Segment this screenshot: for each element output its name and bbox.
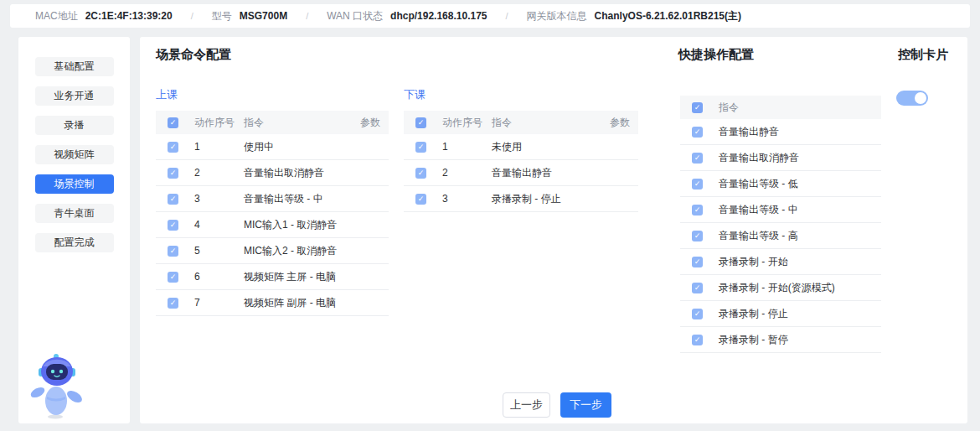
table-row: ✓音量输出静音 (680, 119, 881, 145)
select-all-checkbox[interactable]: ✓ (692, 102, 703, 113)
select-all-checkbox[interactable]: ✓ (415, 117, 426, 128)
command-label: 录播录制 - 停止 (492, 192, 596, 206)
table-row: ✓音量输出等级 - 低 (680, 171, 881, 197)
row-checkbox[interactable]: ✓ (692, 127, 703, 138)
command-label: MIC输入1 - 取消静音 (244, 218, 347, 232)
table-row: ✓录播录制 - 停止 (680, 301, 881, 327)
separator: / (506, 11, 508, 21)
seq-value: 5 (194, 245, 244, 257)
seq-value: 1 (442, 141, 492, 153)
column-header-param: 参数 (347, 116, 389, 130)
table-row: ✓5MIC输入2 - 取消静音 (156, 238, 389, 264)
seq-value: 1 (194, 141, 244, 153)
sidebar-item-config-complete[interactable]: 配置完成 (35, 233, 114, 252)
wan-status-label: WAN 口状态 (327, 9, 383, 23)
sidebar-item-scene-control[interactable]: 场景控制 (35, 174, 114, 194)
sidebar-item-recording[interactable]: 录播 (35, 116, 114, 135)
separator: / (191, 11, 193, 21)
table-row: ✓6视频矩阵 主屏 - 电脑 (156, 264, 389, 290)
row-checkbox[interactable]: ✓ (168, 220, 178, 231)
table-body: ✓1使用中✓2音量输出取消静音✓3音量输出等级 - 中✓4MIC输入1 - 取消… (156, 134, 389, 316)
row-checkbox[interactable]: ✓ (692, 283, 703, 293)
command-label: 录播录制 - 停止 (719, 307, 881, 321)
sidebar-item-video-matrix[interactable]: 视频矩阵 (35, 145, 114, 164)
row-checkbox[interactable]: ✓ (168, 168, 178, 179)
table-row: ✓音量输出等级 - 中 (680, 197, 881, 223)
model-value: MSG700M (240, 10, 287, 22)
section-label-class-start: 上课 (156, 87, 389, 102)
table-row: ✓2音量输出取消静音 (156, 160, 389, 186)
command-label: 录播录制 - 暂停 (719, 333, 881, 347)
command-label: 视频矩阵 副屏 - 电脑 (244, 296, 347, 310)
table-row: ✓1使用中 (156, 134, 389, 160)
row-checkbox[interactable]: ✓ (168, 194, 178, 205)
select-all-checkbox[interactable]: ✓ (168, 117, 178, 128)
control-card-toggle[interactable] (896, 91, 928, 106)
row-checkbox[interactable]: ✓ (692, 309, 703, 319)
gateway-version-value: ChanlyOS-6.21.62.01RB215(主) (595, 9, 741, 23)
row-checkbox[interactable]: ✓ (692, 153, 703, 164)
table-body: ✓1未使用✓2音量输出静音✓3录播录制 - 停止 (404, 134, 638, 212)
command-label: 音量输出等级 - 中 (719, 203, 881, 217)
top-status-bar: MAC地址 2C:1E:4F:13:39:20 / 型号 MSG700M / W… (10, 4, 970, 28)
row-checkbox[interactable]: ✓ (168, 142, 178, 153)
command-label: 音量输出静音 (719, 125, 881, 139)
section-label-class-end: 下课 (404, 87, 638, 102)
shortcut-config-title: 快捷操作配置 (678, 47, 754, 63)
column-header-seq: 动作序号 (442, 116, 492, 130)
command-label: 音量输出等级 - 中 (244, 192, 347, 206)
model-label: 型号 (212, 9, 232, 23)
row-checkbox[interactable]: ✓ (415, 194, 426, 205)
mac-address-label: MAC地址 (35, 9, 78, 23)
command-label: 音量输出等级 - 低 (719, 177, 881, 191)
gateway-version-label: 网关版本信息 (527, 9, 587, 23)
main-panel: 场景命令配置 快捷操作配置 控制卡片 上课 ✓ 动作序号 指令 参数 ✓1使用中… (140, 37, 967, 423)
sidebar-nav: 基础配置 业务开通 录播 视频矩阵 场景控制 青牛桌面 配置完成 (18, 37, 130, 423)
previous-step-button[interactable]: 上一步 (503, 392, 550, 418)
row-checkbox[interactable]: ✓ (692, 231, 703, 241)
row-checkbox[interactable]: ✓ (168, 298, 178, 309)
table-body: ✓音量输出静音✓音量输出取消静音✓音量输出等级 - 低✓音量输出等级 - 中✓音… (680, 119, 881, 353)
table-row: ✓4MIC输入1 - 取消静音 (156, 212, 389, 238)
control-card-title: 控制卡片 (898, 47, 948, 63)
screen: MAC地址 2C:1E:4F:13:39:20 / 型号 MSG700M / W… (0, 0, 980, 431)
row-checkbox[interactable]: ✓ (415, 168, 426, 179)
row-checkbox[interactable]: ✓ (692, 335, 703, 345)
seq-value: 4 (194, 219, 244, 231)
separator: / (306, 11, 308, 21)
row-checkbox[interactable]: ✓ (415, 142, 426, 153)
command-label: 未使用 (492, 140, 596, 154)
table-row: ✓录播录制 - 开始 (680, 249, 881, 275)
mascot-robot-icon (27, 353, 87, 420)
column-header-command: 指令 (719, 101, 881, 115)
table-header: ✓ 指令 (680, 96, 881, 119)
row-checkbox[interactable]: ✓ (168, 272, 178, 283)
column-header-seq: 动作序号 (194, 116, 244, 130)
page-title: 场景命令配置 (156, 47, 231, 63)
table-row: ✓2音量输出静音 (404, 160, 638, 186)
command-label: 音量输出取消静音 (719, 151, 881, 165)
shortcut-command-list: ✓ 指令 ✓音量输出静音✓音量输出取消静音✓音量输出等级 - 低✓音量输出等级 … (680, 96, 881, 353)
wan-status-value: dhcp/192.168.10.175 (390, 10, 487, 22)
command-label: 音量输出静音 (492, 166, 596, 180)
sidebar-item-basic-config[interactable]: 基础配置 (35, 57, 114, 76)
command-label: 音量输出取消静音 (244, 166, 347, 180)
seq-value: 2 (442, 167, 492, 179)
seq-value: 2 (194, 167, 244, 179)
command-label: 音量输出等级 - 高 (719, 229, 881, 243)
scene-section-class-start: 上课 ✓ 动作序号 指令 参数 ✓1使用中✓2音量输出取消静音✓3音量输出等级 … (156, 87, 389, 316)
sidebar-item-qingniu-desktop[interactable]: 青牛桌面 (35, 204, 114, 223)
command-label: 录播录制 - 开始 (719, 255, 881, 269)
table-header: ✓ 动作序号 指令 参数 (156, 111, 389, 134)
row-checkbox[interactable]: ✓ (692, 205, 703, 216)
next-step-button[interactable]: 下一步 (560, 392, 611, 418)
row-checkbox[interactable]: ✓ (692, 179, 703, 190)
sidebar-item-service-activation[interactable]: 业务开通 (35, 86, 114, 106)
column-header-param: 参数 (596, 116, 638, 130)
row-checkbox[interactable]: ✓ (692, 257, 703, 267)
row-checkbox[interactable]: ✓ (168, 246, 178, 257)
mac-address-value: 2C:1E:4F:13:39:20 (85, 10, 173, 22)
table-row: ✓音量输出等级 - 高 (680, 223, 881, 249)
column-header-command: 指令 (492, 116, 596, 130)
table-row: ✓3音量输出等级 - 中 (156, 186, 389, 212)
